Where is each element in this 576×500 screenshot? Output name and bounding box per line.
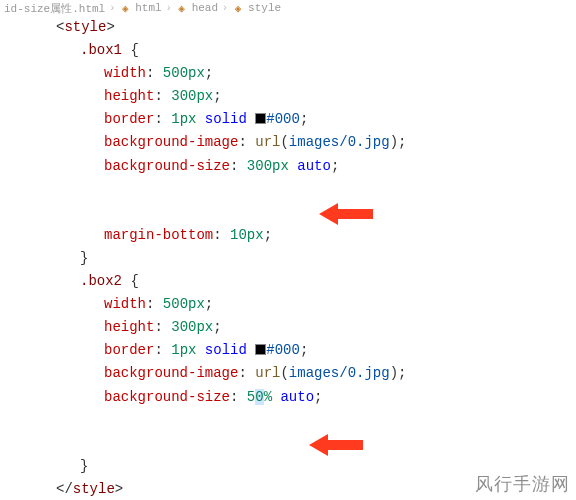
breadcrumb: id-size属性.html › ◈ html › ◈ head › ◈ sty… xyxy=(0,0,576,16)
code-line[interactable]: .box2 { xyxy=(8,270,576,293)
breadcrumb-file[interactable]: id-size属性.html xyxy=(4,1,105,16)
color-swatch-icon xyxy=(255,344,266,355)
css-prop: border xyxy=(104,342,154,358)
code-editor[interactable]: <style> .box1 { width: 500px; height: 30… xyxy=(0,16,576,500)
tag-icon: ◈ xyxy=(232,2,244,14)
code-line[interactable]: border: 1px solid #000; xyxy=(8,108,576,131)
code-line[interactable]: .box1 { xyxy=(8,39,576,62)
color-swatch-icon xyxy=(255,113,266,124)
code-line[interactable]: } xyxy=(8,247,576,270)
css-prop: width xyxy=(104,65,146,81)
code-line[interactable]: width: 500px; xyxy=(8,62,576,85)
code-line[interactable]: height: 300px; xyxy=(8,85,576,108)
breadcrumb-item-html[interactable]: html xyxy=(135,2,161,14)
code-line[interactable]: background-image: url(images/0.jpg); xyxy=(8,362,576,385)
chevron-right-icon: › xyxy=(166,3,172,14)
watermark-text: 风行手游网 xyxy=(475,472,570,496)
css-prop: margin-bottom xyxy=(104,227,213,243)
code-line[interactable]: border: 1px solid #000; xyxy=(8,339,576,362)
tag-icon: ◈ xyxy=(176,2,188,14)
code-line[interactable]: margin-bottom: 10px; xyxy=(8,224,576,247)
tag-style-open: style xyxy=(64,19,106,35)
css-prop: height xyxy=(104,88,154,104)
chevron-right-icon: › xyxy=(222,3,228,14)
css-prop: background-size xyxy=(104,389,230,405)
svg-marker-1 xyxy=(309,434,363,456)
selector-box2: .box2 xyxy=(80,273,122,289)
code-line[interactable]: height: 300px; xyxy=(8,316,576,339)
selector-box1: .box1 xyxy=(80,42,122,58)
css-prop: height xyxy=(104,319,154,335)
code-line[interactable]: background-image: url(images/0.jpg); xyxy=(8,131,576,154)
css-prop: border xyxy=(104,111,154,127)
svg-marker-0 xyxy=(319,203,373,225)
breadcrumb-item-style[interactable]: style xyxy=(248,2,281,14)
css-prop: background-size xyxy=(104,158,230,174)
tag-icon: ◈ xyxy=(119,2,131,14)
code-line-highlighted[interactable]: background-size: 50% auto; xyxy=(8,386,576,455)
code-line[interactable]: width: 500px; xyxy=(8,293,576,316)
code-line-highlighted[interactable]: background-size: 300px auto; xyxy=(8,155,576,224)
code-line[interactable]: <style> xyxy=(8,16,576,39)
css-prop: width xyxy=(104,296,146,312)
editor-caret: 0 xyxy=(255,389,263,405)
css-prop: background-image xyxy=(104,134,238,150)
css-prop: background-image xyxy=(104,365,238,381)
tag-style-close: style xyxy=(73,481,115,497)
chevron-right-icon: › xyxy=(109,3,115,14)
breadcrumb-item-head[interactable]: head xyxy=(192,2,218,14)
